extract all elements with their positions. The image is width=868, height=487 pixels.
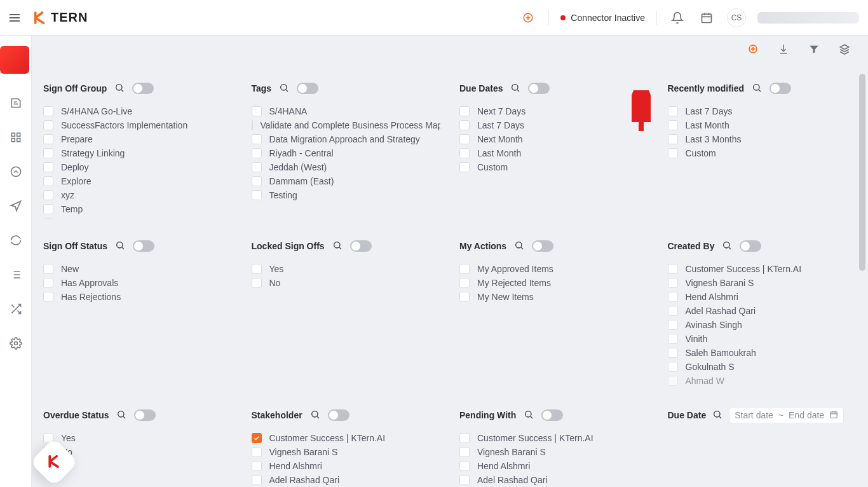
layers-icon[interactable] xyxy=(837,42,851,56)
option-row[interactable]: Vignesh Barani S xyxy=(252,445,441,459)
option-row[interactable]: Customer Success | KTern.AI xyxy=(459,431,649,445)
option-row[interactable]: Hend Alshmri xyxy=(668,290,857,304)
search-icon[interactable] xyxy=(722,240,732,252)
avatar[interactable]: CS xyxy=(727,8,746,27)
option-row[interactable]: Last 7 Days xyxy=(668,104,857,118)
download-icon[interactable] xyxy=(776,42,790,56)
toggle[interactable] xyxy=(532,240,553,252)
filter-icon[interactable] xyxy=(807,42,821,56)
option-row[interactable]: Ahmad W xyxy=(668,374,857,388)
option-row[interactable]: Has Rejections xyxy=(43,290,233,304)
sidebar-item-activity[interactable] xyxy=(0,159,32,184)
toggle[interactable] xyxy=(297,83,318,94)
option-row[interactable]: Next 7 Days xyxy=(459,104,649,118)
avatar-initials: CS xyxy=(731,13,742,22)
option-row[interactable]: Strategy Linking xyxy=(43,146,233,160)
option-row[interactable]: Prepare xyxy=(43,132,233,146)
svg-rect-6 xyxy=(17,133,20,136)
option-row[interactable]: Data Migration Approach and Strategy xyxy=(252,132,441,146)
option-row[interactable]: Customer Success | KTern.AI xyxy=(252,431,441,445)
toggle[interactable] xyxy=(134,409,156,421)
search-icon[interactable] xyxy=(114,83,125,95)
search-icon[interactable] xyxy=(116,409,126,422)
search-icon[interactable] xyxy=(279,83,289,95)
option-row[interactable]: Dammam (East) xyxy=(252,174,441,188)
group-pending-with: Pending With Customer Success | KTern.AI… xyxy=(459,406,649,487)
toggle[interactable] xyxy=(541,409,563,421)
option-row[interactable]: Last 3 Months xyxy=(668,132,857,146)
option-row[interactable]: Deploy xyxy=(43,160,233,174)
main-scrollbar[interactable] xyxy=(859,74,865,271)
option-row[interactable]: Gokulnath S xyxy=(668,360,857,374)
bell-icon[interactable] xyxy=(668,9,686,27)
toggle[interactable] xyxy=(528,83,550,94)
date-range-separator: ~ xyxy=(778,410,783,420)
calendar-icon[interactable] xyxy=(698,9,715,27)
option-row[interactable]: My Rejected Items xyxy=(459,276,649,290)
toggle[interactable] xyxy=(740,240,761,252)
option-row[interactable]: Testing xyxy=(252,188,441,202)
date-range-input[interactable]: Start date ~ End date xyxy=(729,407,844,424)
add-global-icon[interactable] xyxy=(519,9,537,27)
option-row[interactable]: Explore xyxy=(43,174,233,188)
option-row[interactable]: Vignesh Barani S xyxy=(668,276,857,290)
option-row[interactable]: S/4HANA Go-Live xyxy=(43,104,233,118)
option-row[interactable]: Adel Rashad Qari xyxy=(252,473,441,487)
option-row[interactable]: My Approved Items xyxy=(459,262,649,276)
group-due-date-range: Due Date Start date ~ End date xyxy=(668,406,857,487)
option-row[interactable]: Vignesh Barani S xyxy=(459,445,649,459)
toggle[interactable] xyxy=(350,240,372,252)
search-icon[interactable] xyxy=(752,83,762,95)
option-row[interactable]: xyz xyxy=(43,188,233,202)
option-row[interactable]: Last Month xyxy=(459,146,649,160)
option-row[interactable]: New xyxy=(43,262,233,276)
toggle[interactable] xyxy=(133,240,154,252)
toggle[interactable] xyxy=(770,83,791,94)
search-icon[interactable] xyxy=(332,240,342,252)
option-row[interactable]: Hend Alshmri xyxy=(459,459,649,473)
toggle[interactable] xyxy=(132,83,154,94)
option-row[interactable]: Next Month xyxy=(459,132,649,146)
search-icon[interactable] xyxy=(510,83,520,95)
sidebar-item-sync[interactable] xyxy=(0,228,32,253)
option-row[interactable]: Validate and Complete Business Process M… xyxy=(252,118,441,132)
search-icon[interactable] xyxy=(712,409,722,422)
sidebar-item-shuffle[interactable] xyxy=(0,296,32,322)
option-row[interactable]: Avinash Singh xyxy=(668,318,857,332)
search-icon[interactable] xyxy=(310,409,320,422)
add-icon[interactable] xyxy=(746,42,760,56)
option-row[interactable]: Adel Rashad Qari xyxy=(459,473,649,487)
option-row[interactable]: Custom xyxy=(668,146,857,160)
option-row[interactable]: My New Items xyxy=(459,290,649,304)
option-row[interactable]: Hend Alshmri xyxy=(252,459,441,473)
option-row[interactable]: Vinith xyxy=(668,332,857,346)
menu-button[interactable] xyxy=(5,8,24,27)
sidebar-item-settings[interactable] xyxy=(0,331,32,356)
option-row[interactable]: Adel Rashad Qari xyxy=(668,304,857,318)
option-row[interactable]: Has Approvals xyxy=(43,276,233,290)
option-row[interactable]: Yes xyxy=(43,431,233,445)
sidebar-item-list[interactable] xyxy=(0,262,32,287)
option-row[interactable]: Yes xyxy=(252,262,441,276)
option-row[interactable]: Temp xyxy=(43,202,233,216)
sidebar-item-notes[interactable] xyxy=(0,90,32,116)
option-row[interactable]: Riyadh - Central xyxy=(252,146,441,160)
search-icon[interactable] xyxy=(115,240,125,252)
toggle[interactable] xyxy=(328,409,349,421)
option-row[interactable]: Custom xyxy=(459,160,649,174)
option-row[interactable]: Last Month xyxy=(668,118,857,132)
option-row[interactable]: No xyxy=(252,276,441,290)
sidebar-item-apps[interactable] xyxy=(0,125,32,150)
option-row[interactable]: Customer Success | KTern.AI xyxy=(668,262,857,276)
search-icon[interactable] xyxy=(524,409,534,422)
option-row[interactable]: Last 7 Days xyxy=(459,118,649,132)
search-icon[interactable] xyxy=(514,240,524,252)
option-row[interactable]: S/4HANA xyxy=(252,104,441,118)
sidebar-item-send[interactable] xyxy=(0,193,32,219)
option-row[interactable]: Jeddah (West) xyxy=(252,160,441,174)
option-row[interactable]: Saleh Bamoukrah xyxy=(668,346,857,360)
option-row[interactable]: SuccessFactors Implementation xyxy=(43,118,233,132)
checkbox-checked-icon[interactable] xyxy=(252,433,262,443)
option-row[interactable]: OCM Strategy and Plan xyxy=(43,216,233,219)
brand-logo[interactable]: TERN xyxy=(33,10,88,25)
